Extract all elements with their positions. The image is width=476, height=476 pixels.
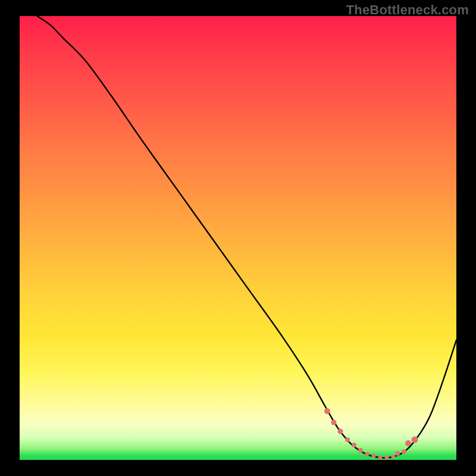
minimum-markers-layer bbox=[20, 16, 456, 460]
minimum-marker-dot bbox=[395, 451, 400, 456]
minimum-marker-dot bbox=[391, 455, 395, 459]
watermark-text: TheBottleneck.com bbox=[346, 2, 469, 18]
minimum-marker-dot bbox=[378, 455, 382, 459]
minimum-marker-dot bbox=[338, 428, 343, 434]
minimum-marker-dot bbox=[412, 436, 418, 443]
minimum-marker-dot bbox=[331, 419, 337, 425]
chart-frame: TheBottleneck.com bbox=[0, 0, 476, 476]
minimum-marker-dot bbox=[365, 452, 369, 456]
minimum-marker-dot bbox=[384, 455, 389, 459]
plot-area bbox=[20, 16, 456, 460]
minimum-marker-dot bbox=[324, 408, 330, 414]
minimum-marker-dot bbox=[402, 449, 406, 454]
minimum-marker-dot bbox=[352, 443, 356, 447]
minimum-marker-dot bbox=[371, 454, 375, 458]
minimum-marker-dot bbox=[405, 440, 411, 446]
minimum-marker-dot bbox=[345, 437, 350, 442]
minimum-marker-dot bbox=[358, 448, 363, 453]
